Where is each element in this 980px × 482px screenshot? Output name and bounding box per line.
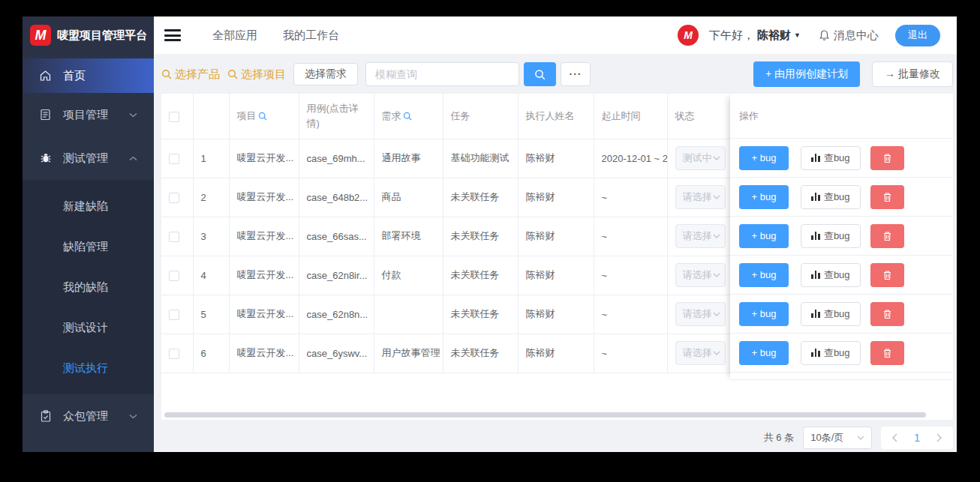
next-page-button[interactable] (936, 433, 942, 442)
sidebar-item-test-design[interactable]: 测试设计 (23, 307, 154, 348)
operations-row: + bug 查bug (730, 217, 953, 256)
cell-case[interactable]: case_66sas... (299, 217, 374, 256)
sidebar-item-my-defects[interactable]: 我的缺陷 (23, 267, 154, 307)
sidebar-item-label: 新建缺陷 (63, 199, 108, 214)
cell-case[interactable]: case_648b2... (299, 178, 374, 217)
batch-edit-button[interactable]: → 批量修改 (872, 61, 953, 87)
add-bug-button[interactable]: + bug (739, 224, 789, 248)
cell-case[interactable]: case_62n8n... (299, 295, 374, 334)
page-size-select[interactable]: 10条/页 (803, 427, 872, 449)
delete-button[interactable] (870, 185, 904, 209)
more-filters-button[interactable]: ··· (561, 62, 591, 86)
table-row: 4 唛盟云开发... case_62n8ir... 付款 未关联任务 陈裕财 ~… (161, 256, 792, 295)
fuzzy-search-input[interactable] (365, 62, 519, 86)
view-bug-button[interactable]: 查bug (801, 185, 861, 209)
delete-button[interactable] (870, 341, 904, 365)
operations-fixed-column: 操作 + bug 查bug + bug 查bug + bug 查bug (730, 94, 953, 380)
sidebar-item-test-execution[interactable]: 测试执行 (23, 348, 154, 388)
horizontal-scrollbar[interactable] (164, 412, 926, 418)
sidebar-item-crowdsourcing[interactable]: 众包管理 (23, 394, 154, 438)
search-icon (161, 69, 172, 79)
delete-button[interactable] (870, 302, 904, 326)
status-select[interactable]: 请选择 (675, 224, 726, 248)
row-checkbox[interactable] (169, 310, 179, 320)
tab-all-apps[interactable]: 全部应用 (212, 28, 257, 43)
delete-button[interactable] (870, 224, 904, 248)
batch-edit-label: 批量修改 (898, 67, 940, 79)
trash-icon (882, 348, 892, 358)
status-select[interactable]: 测试中 (675, 146, 726, 170)
logo-area: M 唛盟项目管理平台 (23, 16, 154, 54)
cell-demand: 部署环境 (374, 217, 443, 256)
col-task: 任务 (443, 94, 518, 139)
sidebar-item-label: 我的缺陷 (63, 280, 108, 295)
cell-case[interactable]: case_69mh... (299, 139, 374, 178)
hamburger-menu-icon[interactable] (164, 29, 181, 41)
page-number[interactable]: 1 (914, 432, 920, 444)
avatar[interactable]: M (678, 25, 699, 46)
trash-icon (882, 270, 892, 280)
sidebar-item-label: 测试执行 (63, 361, 108, 376)
sidebar-item-label: 众包管理 (63, 409, 108, 424)
create-plan-button[interactable]: + 由用例创建计划 (753, 61, 860, 87)
add-bug-button[interactable]: + bug (739, 263, 789, 287)
user-greeting[interactable]: 下午好， 陈裕财 ▼ (709, 28, 801, 43)
cell-case[interactable]: case_6yswv... (299, 334, 374, 373)
header-main: 全部应用 我的工作台 M 下午好， 陈裕财 ▼ 消 (154, 16, 957, 54)
view-bug-button[interactable]: 查bug (801, 341, 861, 365)
cell-dates: 2020-12-01 ~ 20 (594, 139, 667, 178)
message-center-label: 消息中心 (834, 28, 879, 43)
sidebar-item-testing[interactable]: 测试管理 (23, 136, 154, 180)
view-bug-button[interactable]: 查bug (801, 302, 861, 326)
row-checkbox[interactable] (169, 154, 179, 164)
tab-my-workbench[interactable]: 我的工作台 (283, 28, 339, 43)
delete-button[interactable] (870, 146, 904, 170)
select-project-label: 选择项目 (241, 67, 286, 82)
cell-task: 未关联任务 (443, 295, 518, 334)
status-select[interactable]: 请选择 (675, 302, 726, 326)
table-row: 3 唛盟云开发... case_66sas... 部署环境 未关联任务 陈裕财 … (161, 217, 792, 256)
add-bug-button[interactable]: + bug (739, 302, 789, 326)
chevron-down-icon (857, 436, 864, 440)
status-select[interactable]: 请选择 (675, 263, 726, 287)
sidebar-item-home[interactable]: 首页 (23, 58, 154, 93)
home-icon (39, 70, 52, 82)
status-select[interactable]: 请选择 (675, 185, 726, 209)
add-bug-button[interactable]: + bug (739, 341, 789, 365)
message-center[interactable]: 消息中心 (819, 28, 879, 43)
add-bug-button[interactable]: + bug (739, 146, 789, 170)
logout-button[interactable]: 退出 (895, 25, 940, 46)
view-bug-button[interactable]: 查bug (801, 224, 861, 248)
row-checkbox[interactable] (169, 349, 179, 359)
select-product-link[interactable]: 选择产品 (161, 67, 220, 82)
row-checkbox[interactable] (169, 232, 179, 242)
pager: 1 (881, 427, 953, 449)
sidebar-item-projects[interactable]: 项目管理 (23, 93, 154, 136)
app-title: 唛盟项目管理平台 (57, 28, 147, 43)
sidebar-item-new-defect[interactable]: 新建缺陷 (23, 186, 154, 226)
document-icon (39, 109, 52, 121)
view-bug-button[interactable]: 查bug (801, 146, 861, 170)
prev-page-button[interactable] (891, 433, 897, 442)
row-checkbox[interactable] (169, 193, 179, 203)
add-bug-button[interactable]: + bug (739, 185, 789, 209)
delete-button[interactable] (870, 263, 904, 287)
status-select[interactable]: 请选择 (675, 341, 726, 365)
trash-icon (882, 153, 892, 163)
select-project-link[interactable]: 选择项目 (227, 67, 286, 82)
table-row: 1 唛盟云开发... case_69mh... 通用故事 基础功能测试 陈裕财 … (161, 139, 792, 178)
cell-executor: 陈裕财 (518, 295, 594, 334)
select-demand-button[interactable]: 选择需求 (293, 63, 358, 85)
sidebar-item-defect-management[interactable]: 缺陷管理 (23, 226, 154, 267)
cell-project: 唛盟云开发... (229, 139, 299, 178)
select-all-checkbox[interactable] (169, 112, 179, 122)
search-icon (227, 69, 238, 79)
view-bug-button[interactable]: 查bug (801, 263, 861, 287)
cell-executor: 陈裕财 (518, 178, 594, 217)
row-checkbox[interactable] (169, 271, 179, 281)
table-header-row: 项目 用例(点击详情) 需求 任务 执行人姓名 起止时间 状态 (161, 94, 792, 139)
sidebar: 首页 项目管理 (23, 54, 154, 452)
cell-case[interactable]: case_62n8ir... (299, 256, 374, 295)
chevron-down-icon (129, 414, 137, 419)
search-button[interactable] (524, 62, 556, 86)
